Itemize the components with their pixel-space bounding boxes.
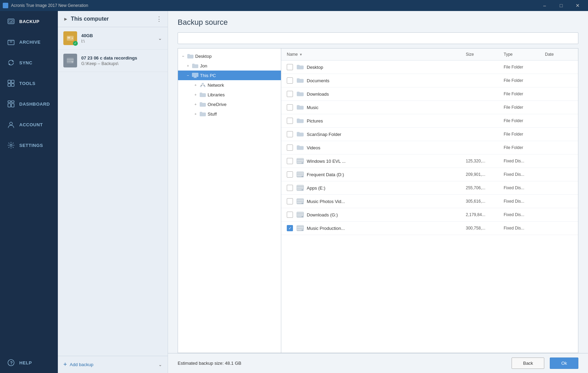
row-name: Downloads (G:) <box>307 212 466 217</box>
settings-label: SETTINGS <box>19 143 43 148</box>
table-row[interactable]: ScanSnap FolderFile Folder <box>281 128 578 141</box>
sidebar-item-backup[interactable]: BACKUP <box>0 11 58 32</box>
row-size: 300,758,... <box>466 226 504 231</box>
row-type: Fixed Dis... <box>504 172 545 177</box>
this-computer-text: This computer <box>71 16 109 22</box>
svg-rect-41 <box>297 188 304 189</box>
row-checkbox[interactable] <box>287 198 293 204</box>
row-checkbox[interactable] <box>287 64 293 70</box>
table-row[interactable]: DesktopFile Folder <box>281 61 578 74</box>
tree-item-onedrive[interactable]: + OneDrive <box>178 99 281 109</box>
tree-label-network: Network <box>208 83 224 88</box>
svg-point-18 <box>72 38 73 39</box>
backup-name-40gb: 40GB <box>81 33 154 38</box>
minimize-button[interactable]: – <box>537 0 552 11</box>
backup-item-recordings[interactable]: 07 23 06 c data recordings G:\Keep -- Ba… <box>58 50 168 72</box>
col-date-header[interactable]: Date <box>545 52 573 57</box>
table-row[interactable]: Windows 10 EVL ...125,320,...Fixed Dis..… <box>281 154 578 168</box>
maximize-button[interactable]: □ <box>554 0 569 11</box>
svg-point-13 <box>10 144 12 146</box>
ok-button[interactable]: Ok <box>550 358 578 369</box>
table-row[interactable]: Apps (E:)255,706,...Fixed Dis... <box>281 181 578 195</box>
row-checkbox[interactable] <box>287 225 293 231</box>
sync-label: SYNC <box>19 60 32 65</box>
svg-rect-24 <box>194 77 196 77</box>
row-checkbox[interactable] <box>287 171 293 178</box>
row-checkbox[interactable] <box>287 212 293 218</box>
tree-item-thispc[interactable]: − This PC <box>178 71 281 80</box>
svg-rect-17 <box>67 37 70 39</box>
row-checkbox[interactable] <box>287 185 293 191</box>
row-checkbox[interactable] <box>287 104 293 110</box>
table-row[interactable]: Frequent Data (D:)209,901,...Fixed Dis..… <box>281 168 578 181</box>
tree-item-stuff[interactable]: + Stuff <box>178 109 281 119</box>
sidebar-item-settings[interactable]: SETTINGS <box>0 135 58 156</box>
size-header-label: Size <box>466 52 474 57</box>
table-row[interactable]: VideosFile Folder <box>281 141 578 154</box>
tools-icon <box>7 79 15 87</box>
disk-icon <box>296 224 304 232</box>
add-backup-row[interactable]: + Add backup ⌄ <box>58 356 168 373</box>
sidebar-item-dashboard[interactable]: DASHBOARD <box>0 94 58 114</box>
table-row[interactable]: DownloadsFile Folder <box>281 87 578 101</box>
row-type: File Folder <box>504 92 545 96</box>
sidebar-item-account[interactable]: ACCOUNT <box>0 114 58 135</box>
row-type: File Folder <box>504 78 545 83</box>
svg-rect-9 <box>11 101 14 103</box>
svg-point-53 <box>302 216 303 217</box>
row-checkbox[interactable] <box>287 77 293 84</box>
content-area: ► This computer ⋮ ✓ <box>58 11 588 373</box>
row-name: Music Production... <box>307 226 466 231</box>
row-name: Apps (E:) <box>307 185 466 191</box>
dashboard-label: DASHBOARD <box>19 102 50 107</box>
svg-rect-30 <box>297 159 304 160</box>
search-input[interactable] <box>178 33 578 44</box>
row-checkbox[interactable] <box>287 91 293 97</box>
row-checkbox[interactable] <box>287 145 293 151</box>
tree-item-jon[interactable]: + Jon <box>178 61 281 71</box>
row-type: Fixed Dis... <box>504 159 545 163</box>
type-header-label: Type <box>504 52 513 57</box>
row-name: Desktop <box>307 65 466 70</box>
row-checkbox[interactable] <box>287 118 293 124</box>
tree-item-network[interactable]: + Network <box>178 80 281 90</box>
row-name: Music Photos Vid... <box>307 199 466 204</box>
svg-rect-46 <box>297 201 304 202</box>
help-label: HELP <box>19 360 32 365</box>
tree-label-desktop: Desktop <box>195 54 212 59</box>
backup-icon-container-2 <box>63 54 77 67</box>
table-row[interactable]: Downloads (G:)2,179,84...Fixed Dis... <box>281 208 578 222</box>
sidebar-item-sync[interactable]: SYNC <box>0 52 58 73</box>
tree-item-desktop[interactable]: − Desktop <box>178 51 281 61</box>
sidebar-item-archive[interactable]: ARCHIVE <box>0 32 58 52</box>
svg-rect-50 <box>297 213 304 214</box>
row-type: Fixed Dis... <box>504 212 545 217</box>
disk-icon <box>296 198 304 205</box>
backup-name-recordings: 07 23 06 c data recordings <box>81 55 162 61</box>
menu-dots-icon[interactable]: ⋮ <box>156 15 162 23</box>
svg-rect-56 <box>297 228 304 229</box>
col-name-header[interactable]: Name ▼ <box>287 52 466 57</box>
table-row[interactable]: Music Photos Vid...305,616,...Fixed Dis.… <box>281 195 578 208</box>
app-title: Acronis True Image 2017 New Generation <box>11 3 537 8</box>
table-row[interactable]: MusicFile Folder <box>281 101 578 114</box>
table-row[interactable]: Music Production...300,758,...Fixed Dis.… <box>281 222 578 235</box>
sidebar-item-help[interactable]: ? HELP <box>0 352 58 373</box>
tree-item-libraries[interactable]: + Libraries <box>178 90 281 99</box>
back-button[interactable]: Back <box>512 358 544 369</box>
close-button[interactable]: ✕ <box>570 0 585 11</box>
backup-item-40gb[interactable]: ✓ 40GB I:\ ⌄ <box>58 27 168 50</box>
archive-icon <box>7 38 15 46</box>
table-row[interactable]: DocumentsFile Folder <box>281 74 578 87</box>
disk-icon <box>296 211 304 219</box>
col-type-header[interactable]: Type <box>504 52 545 57</box>
search-bar[interactable] <box>178 32 578 44</box>
col-size-header[interactable]: Size <box>466 52 504 57</box>
sidebar-item-tools[interactable]: TOOLS <box>0 73 58 94</box>
backup-source-title: Backup source <box>168 11 588 32</box>
row-type: File Folder <box>504 145 545 150</box>
backup-icon-container: ✓ <box>63 31 77 45</box>
row-checkbox[interactable] <box>287 131 293 137</box>
table-row[interactable]: PicturesFile Folder <box>281 114 578 128</box>
row-checkbox[interactable] <box>287 158 293 164</box>
